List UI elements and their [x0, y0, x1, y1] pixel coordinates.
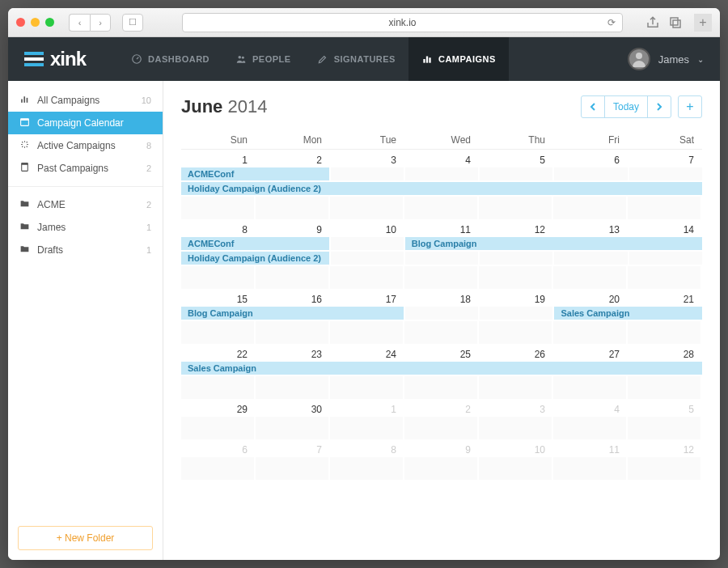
day-cell[interactable]: 1: [181, 150, 256, 167]
add-button[interactable]: +: [678, 95, 702, 118]
calendar-event[interactable]: Blog Campaign: [405, 237, 702, 250]
day-cell[interactable]: 14: [628, 219, 702, 237]
day-cell[interactable]: 9: [404, 439, 479, 457]
calendar-event[interactable]: ACMEConf: [181, 167, 329, 180]
sidebar-item-james[interactable]: James1: [8, 216, 163, 239]
week-spacer: [181, 321, 702, 344]
day-cell[interactable]: 4: [404, 150, 479, 167]
calendar-event[interactable]: Holiday Campaign (Audience 2): [181, 182, 702, 195]
day-cell[interactable]: 8: [181, 219, 256, 237]
logo-icon: [24, 52, 44, 66]
day-cell[interactable]: 6: [553, 150, 628, 167]
svg-rect-6: [426, 57, 428, 63]
close-window-icon[interactable]: [16, 18, 25, 27]
sidebar-item-acme[interactable]: ACME2: [8, 193, 163, 216]
day-cell[interactable]: 10: [479, 439, 553, 457]
day-cell[interactable]: 17: [330, 289, 404, 307]
day-cell[interactable]: 26: [479, 344, 553, 362]
day-cell[interactable]: 5: [479, 150, 553, 167]
day-header: Sat: [628, 129, 702, 150]
calendar-event[interactable]: Blog Campaign: [181, 307, 404, 320]
brand-text: xink: [50, 48, 86, 70]
folder-icon: [19, 244, 30, 256]
day-cell[interactable]: 30: [256, 399, 330, 417]
forward-button[interactable]: ›: [90, 14, 111, 32]
nav-people[interactable]: PEOPLE: [222, 37, 304, 81]
calendar-event[interactable]: Sales Campaign: [181, 362, 702, 375]
svg-rect-11: [27, 98, 28, 103]
next-button[interactable]: [648, 96, 671, 117]
sidebar-item-campaign-calendar[interactable]: Campaign Calendar: [8, 112, 163, 134]
top-nav: xink DASHBOARDPEOPLESIGNATURESCAMPAIGNS …: [8, 37, 720, 81]
day-cell[interactable]: 27: [553, 344, 628, 362]
day-cell[interactable]: 18: [404, 289, 479, 307]
day-cell[interactable]: 23: [256, 344, 330, 362]
day-cell[interactable]: 3: [330, 150, 404, 167]
back-button[interactable]: ‹: [69, 14, 90, 32]
day-cell[interactable]: 24: [330, 344, 404, 362]
calendar-event[interactable]: ACMEConf: [181, 237, 329, 250]
url-bar[interactable]: xink.io ⟳: [182, 13, 623, 32]
day-cell[interactable]: 22: [181, 344, 256, 362]
day-cell[interactable]: 29: [181, 399, 256, 417]
day-cell[interactable]: 11: [553, 439, 628, 457]
new-folder-button[interactable]: + New Folder: [18, 526, 153, 550]
day-cell[interactable]: 4: [553, 399, 628, 417]
svg-rect-0: [671, 18, 678, 25]
sidebar-toggle-icon[interactable]: ☐: [122, 14, 143, 32]
day-header: Sun: [181, 129, 256, 150]
day-cell[interactable]: 7: [256, 439, 330, 457]
day-cell[interactable]: 12: [479, 219, 553, 237]
nav-campaigns[interactable]: CAMPAIGNS: [408, 37, 509, 81]
day-cell[interactable]: 20: [553, 289, 628, 307]
maximize-window-icon[interactable]: [45, 18, 54, 27]
sidebar-item-past-campaigns[interactable]: Past Campaigns2: [8, 157, 163, 180]
event-row: Sales Campaign: [181, 362, 702, 375]
share-icon[interactable]: [645, 15, 660, 30]
day-cell[interactable]: 21: [628, 289, 702, 307]
calendar-event[interactable]: Holiday Campaign (Audience 2): [181, 252, 329, 265]
app: xink DASHBOARDPEOPLESIGNATURESCAMPAIGNS …: [8, 37, 720, 560]
sidebar-item-active-campaigns[interactable]: Active Campaigns8: [8, 134, 163, 157]
day-cell[interactable]: 2: [404, 399, 479, 417]
week-spacer: [181, 266, 702, 289]
day-cell[interactable]: 16: [256, 289, 330, 307]
day-cell[interactable]: 7: [628, 150, 702, 167]
day-cell[interactable]: 15: [181, 289, 256, 307]
day-cell[interactable]: 2: [256, 150, 330, 167]
calendar-grid: SunMonTueWedThuFriSat1234567ACMEConfHoli…: [181, 129, 702, 480]
sidebar-item-drafts[interactable]: Drafts1: [8, 239, 163, 261]
reload-icon[interactable]: ⟳: [607, 17, 616, 28]
tabs-icon[interactable]: [668, 15, 683, 30]
day-cell[interactable]: 11: [404, 219, 479, 237]
sidebar-item-all-campaigns[interactable]: All Campaigns10: [8, 89, 163, 112]
day-cell[interactable]: 25: [404, 344, 479, 362]
calendar-event[interactable]: Sales Campaign: [554, 307, 702, 320]
minimize-window-icon[interactable]: [31, 18, 40, 27]
new-tab-button[interactable]: +: [694, 14, 712, 32]
day-cell[interactable]: 13: [553, 219, 628, 237]
svg-rect-7: [429, 57, 430, 62]
traffic-lights: [16, 18, 54, 27]
day-cell[interactable]: 3: [479, 399, 553, 417]
sidebar: All Campaigns10Campaign CalendarActive C…: [8, 81, 163, 560]
day-cell[interactable]: 19: [479, 289, 553, 307]
user-menu[interactable]: James ⌄: [628, 48, 704, 70]
event-row: ACMEConfBlog Campaign: [181, 237, 702, 250]
prev-button[interactable]: [582, 96, 605, 117]
day-cell[interactable]: 1: [330, 399, 404, 417]
logo[interactable]: xink: [24, 48, 86, 70]
day-cell[interactable]: 8: [330, 439, 404, 457]
svg-rect-15: [22, 163, 28, 165]
day-cell[interactable]: 28: [628, 344, 702, 362]
day-header: Thu: [479, 129, 553, 150]
day-header: Mon: [256, 129, 330, 150]
day-cell[interactable]: 10: [330, 219, 404, 237]
day-cell[interactable]: 6: [181, 439, 256, 457]
day-cell[interactable]: 9: [256, 219, 330, 237]
nav-signatures[interactable]: SIGNATURES: [304, 37, 408, 81]
day-cell[interactable]: 12: [628, 439, 702, 457]
nav-dashboard[interactable]: DASHBOARD: [118, 37, 222, 81]
today-button[interactable]: Today: [605, 96, 648, 117]
day-cell[interactable]: 5: [628, 399, 702, 417]
